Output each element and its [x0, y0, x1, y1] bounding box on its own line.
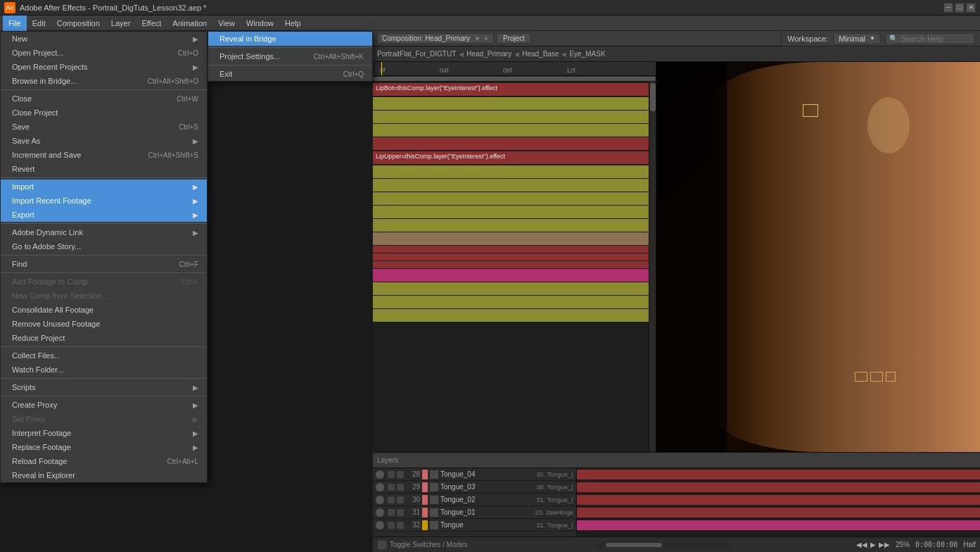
- menu-item-animation[interactable]: Animation: [167, 15, 212, 31]
- submenu-exit[interactable]: Exit Ctrl+Q: [208, 67, 372, 81]
- layer-expand-29[interactable]: [388, 484, 395, 491]
- menu-item-layer[interactable]: Layer: [106, 15, 136, 31]
- menu-file-open-recent[interactable]: Open Recent Projects ▶: [1, 60, 207, 74]
- window-controls[interactable]: ─ □ ✕: [943, 3, 976, 13]
- menu-file-save-as[interactable]: Save As ▶: [1, 134, 207, 148]
- h-scrollbar-track[interactable]: [592, 543, 732, 547]
- menu-file-new[interactable]: New ▶: [1, 32, 207, 46]
- toggle-label: Toggle Switches / Modes: [390, 541, 468, 548]
- menu-file-save[interactable]: Save Ctrl+S: [1, 120, 207, 134]
- submenu-project-settings[interactable]: Project Settings... Ctrl+Alt+Shift+K: [208, 49, 372, 63]
- menu-item-composition[interactable]: Composition: [51, 15, 106, 31]
- minimize-button[interactable]: ─: [943, 3, 953, 13]
- menu-file-reveal-explorer[interactable]: Reveal in Explorer: [1, 468, 207, 482]
- search-input[interactable]: [901, 34, 971, 43]
- menu-file-scripts[interactable]: Scripts ▶: [1, 380, 207, 394]
- close-button[interactable]: ✕: [966, 3, 976, 13]
- menu-file-import[interactable]: Import ▶: [1, 180, 207, 194]
- timecode: 0:00:00:00: [915, 541, 957, 548]
- breadcrumb-head-primary[interactable]: Head_Primary: [466, 50, 511, 58]
- layer-expand-32[interactable]: [388, 522, 395, 529]
- timeline-strip-18: [373, 309, 656, 322]
- layer-row-29[interactable]: 29 Tongue_03 30. Tongue_(: [373, 481, 576, 494]
- h-scrollbar-thumb[interactable]: [606, 543, 662, 547]
- menu-item-view[interactable]: View: [212, 15, 241, 31]
- menu-file-watch-folder[interactable]: Watch Folder...: [1, 363, 207, 377]
- composition-tab[interactable]: Composition: Head_Primary ▼ ✕: [377, 33, 494, 44]
- menu-file-create-proxy[interactable]: Create Proxy ▶: [1, 398, 207, 412]
- menu-file-close-project[interactable]: Close Project: [1, 106, 207, 120]
- search-icon: 🔍: [889, 34, 898, 42]
- breadcrumb-head-base[interactable]: Head_Base: [522, 50, 559, 58]
- breadcrumb-eye-mask[interactable]: Eye_MASK: [569, 50, 605, 58]
- timeline-strip-pink-1: [373, 269, 656, 282]
- menu-file-replace-footage[interactable]: Replace Footage ▶: [1, 440, 207, 454]
- layer-expand-30[interactable]: [388, 496, 395, 503]
- menu-file-interpret-footage[interactable]: Interpret Footage ▶: [1, 426, 207, 440]
- timeline-scrollbar-top[interactable]: [373, 76, 656, 82]
- menu-file-export[interactable]: Export ▶: [1, 208, 207, 222]
- menu-file-revert[interactable]: Revert: [1, 162, 207, 176]
- menu-file-reload-footage[interactable]: Reload Footage Ctrl+Alt+L: [1, 454, 207, 468]
- menu-file-find[interactable]: Find Ctrl+F: [1, 257, 207, 271]
- layer-row-28[interactable]: 28 Tongue_04 30. Tongue_(: [373, 468, 576, 481]
- tl-row-32: [577, 519, 980, 532]
- layer-solo-32[interactable]: [397, 522, 404, 529]
- workspace-dropdown[interactable]: Minimal ▼: [834, 33, 880, 44]
- menu-file-collect-files[interactable]: Collect Files...: [1, 349, 207, 363]
- layer-row-30[interactable]: 30 Tongue_02 31. Tongue_(: [373, 494, 576, 506]
- layer-timeline: [577, 468, 980, 537]
- play-back-button[interactable]: ◀◀: [856, 541, 867, 548]
- layer-vis-28[interactable]: [376, 470, 384, 479]
- layer-label-32: 31. Tongue_(: [537, 522, 573, 529]
- menu-item-help[interactable]: Help: [279, 15, 307, 31]
- layer-vis-31[interactable]: [376, 508, 384, 517]
- play-button[interactable]: ▶: [870, 541, 876, 548]
- menu-file-close[interactable]: Close Ctrl+W: [1, 92, 207, 106]
- play-forward-button[interactable]: ▶▶: [879, 541, 890, 548]
- layer-vis-29[interactable]: [376, 483, 384, 491]
- layer-row-31[interactable]: 31 Tongue_01 23. JawHinge: [373, 506, 576, 519]
- separator: [208, 65, 372, 65]
- layer-label-31: 23. JawHinge: [535, 509, 573, 516]
- project-tab[interactable]: Project: [497, 33, 531, 44]
- comp-tab-close-icon[interactable]: ✕: [483, 35, 489, 42]
- menu-file-import-recent[interactable]: Import Recent Footage ▶: [1, 194, 207, 208]
- menu-item-effect[interactable]: Effect: [136, 15, 167, 31]
- menu-item-window[interactable]: Window: [241, 15, 279, 31]
- timeline-scrollbar-thumb-v[interactable]: [650, 83, 656, 111]
- menu-file-open-project[interactable]: Open Project... Ctrl+O: [1, 46, 207, 60]
- menu-file-add-footage: Add Footage to Comp Ctrl+/: [1, 275, 207, 289]
- layer-vis-30[interactable]: [376, 496, 384, 504]
- submenu-reveal-bridge[interactable]: Reveal in Bridge: [208, 32, 372, 46]
- timeline-strip-15: [373, 261, 656, 268]
- layer-expand-31[interactable]: [388, 509, 395, 516]
- timeline-strip-10: [373, 206, 656, 218]
- breadcrumb-portraitflat[interactable]: PortraitFlat_For_DIGTUT: [377, 50, 456, 58]
- layer-solo-30[interactable]: [397, 496, 404, 503]
- menu-file-browse-bridge[interactable]: Browse in Bridge... Ctrl+Alt+Shift+O: [1, 74, 207, 88]
- timeline-strip-9: [373, 192, 656, 205]
- timeline-vertical-scrollbar[interactable]: [649, 82, 656, 452]
- layer-solo-31[interactable]: [397, 509, 404, 516]
- scrollbar-thumb-top[interactable]: [373, 77, 656, 81]
- maximize-button[interactable]: □: [955, 3, 965, 13]
- workspace-search-area: Workspace: Minimal ▼ 🔍: [781, 31, 980, 46]
- layer-row-32[interactable]: 32 Tongue 31. Tongue_(: [373, 519, 576, 532]
- switch-toggle-button[interactable]: [377, 540, 387, 550]
- timeline-preview-area: 0f 04f 08f 12f LipBot=thisComp.layer("Ey…: [373, 62, 980, 452]
- menu-file-adobe-dynamic-link[interactable]: Adobe Dynamic Link ▶: [1, 225, 207, 239]
- menu-file-increment-save[interactable]: Increment and Save Ctrl+Alt+Shift+S: [1, 148, 207, 162]
- menu-file-consolidate-footage[interactable]: Consolidate All Footage: [1, 303, 207, 317]
- comp-tab-dropdown-icon[interactable]: ▼: [474, 35, 481, 42]
- layer-icon-31: [430, 508, 438, 517]
- layer-expand-28[interactable]: [388, 471, 395, 478]
- layer-solo-29[interactable]: [397, 484, 404, 491]
- menu-file-remove-unused[interactable]: Remove Unused Footage: [1, 317, 207, 331]
- menu-item-file[interactable]: File: [3, 15, 27, 31]
- menu-item-edit[interactable]: Edit: [27, 15, 51, 31]
- menu-file-goto-adobe-story[interactable]: Go to Adobe Story...: [1, 239, 207, 253]
- menu-file-reduce-project[interactable]: Reduce Project: [1, 331, 207, 345]
- layer-solo-28[interactable]: [397, 471, 404, 478]
- layer-vis-32[interactable]: [376, 521, 384, 529]
